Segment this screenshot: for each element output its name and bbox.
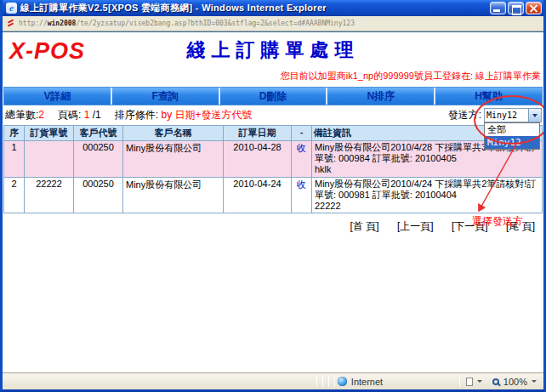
- cell-order-no: [25, 141, 74, 178]
- col-receive: -: [292, 126, 312, 141]
- total-label: 總筆數:: [5, 109, 38, 121]
- address-bar: http://win2008/te/2yzsatup/viseb2bang.as…: [3, 16, 543, 31]
- statusbar-separator: [459, 376, 460, 387]
- magnifier-icon: [492, 378, 499, 385]
- close-button[interactable]: [526, 2, 542, 14]
- col-customer-code: 客戶代號: [74, 126, 123, 141]
- sort-value: by 日期+發送方代號: [161, 109, 252, 121]
- cell-order-no: 22222: [25, 177, 74, 213]
- maximize-button[interactable]: [508, 2, 524, 14]
- zoom-level: 100%: [503, 377, 527, 387]
- cell-receive[interactable]: 收: [292, 177, 312, 213]
- cell-customer-name: Miny股份有限公司: [123, 177, 224, 213]
- browser-window: e 線上訂購單作業V2.5[XPOS 雲端商務網] - Windows Inte…: [0, 0, 546, 392]
- orders-table: 序 訂貨單號 客戶代號 客戶名稱 訂單日期 - 備註資訊 1 000250 Mi…: [3, 125, 543, 213]
- title-bar: e 線上訂購單作業V2.5[XPOS 雲端商務網] - Windows Inte…: [3, 0, 543, 16]
- security-zone: Internet: [338, 377, 457, 387]
- dropdown-option-all[interactable]: 全部: [485, 123, 539, 136]
- dropdown-arrow-icon: [477, 380, 482, 383]
- internet-globe-icon: [338, 377, 347, 386]
- total-value: 2: [38, 109, 44, 121]
- minimize-button[interactable]: [490, 2, 506, 14]
- dropdown-arrow-icon: [532, 380, 537, 383]
- dropdown-option-miny12[interactable]: Miny12: [485, 136, 539, 149]
- page-label: 頁碼:: [58, 109, 81, 121]
- zoom-control[interactable]: 100%: [489, 377, 543, 387]
- window-title: 線上訂購單作業V2.5[XPOS 雲端商務網] - Windows Intern…: [20, 2, 488, 14]
- chevron-down-icon: [532, 114, 537, 117]
- first-page-link[interactable]: [首 頁]: [350, 220, 379, 232]
- url-host: win2008: [48, 20, 77, 27]
- statusbar-separator: [334, 376, 335, 387]
- cell-order-date: 2010-04-28: [224, 141, 292, 178]
- sort-button[interactable]: N排序: [327, 88, 435, 105]
- query-button[interactable]: F查詢: [112, 88, 220, 105]
- sender-area: 發送方: Miny12 全部 Miny12: [448, 108, 542, 122]
- delete-button[interactable]: D刪除: [220, 88, 328, 105]
- url-path: /te/2yzsatup/viseb2bang.asp?bthID=003&st…: [76, 20, 355, 27]
- page-current: 1: [84, 109, 90, 121]
- cell-customer-code: 000250: [74, 177, 123, 213]
- sender-select-wrap: Miny12 全部 Miny12: [484, 108, 542, 122]
- col-order-date: 訂單日期: [224, 126, 292, 141]
- page-total: /1: [93, 109, 101, 121]
- address-url[interactable]: http://win2008/te/2yzsatup/viseb2bang.as…: [19, 20, 355, 27]
- col-order-no: 訂貨單號: [25, 126, 74, 141]
- annotation-select-sender: 選擇發送方: [472, 214, 523, 229]
- page-menu-button[interactable]: [463, 378, 489, 386]
- statusbar-separator: [328, 376, 329, 387]
- sender-dropdown-list: 全部 Miny12: [484, 122, 540, 150]
- col-seq: 序: [4, 126, 25, 141]
- xpos-logo: X-POS: [9, 38, 85, 65]
- page-icon: [466, 378, 473, 386]
- help-button[interactable]: H幫助: [435, 88, 542, 105]
- sort-condition: 排序條件: by 日期+發送方代號: [115, 108, 253, 122]
- status-line: 總筆數:2 頁碼: 1 /1 排序條件: by 日期+發送方代號 發送方: Mi…: [3, 105, 543, 123]
- statusbar-spacer: [3, 373, 314, 389]
- statusbar-separator: [316, 376, 317, 387]
- sort-label: 排序條件:: [115, 109, 158, 121]
- statusbar: Internet 100%: [3, 372, 543, 389]
- table-header-row: 序 訂貨單號 客戶代號 客戶名稱 訂單日期 - 備註資訊: [4, 126, 543, 141]
- login-info-text: 您目前以加盟商ik1_np的999999號員工登錄在: 線上訂購單作業: [3, 70, 543, 82]
- cell-customer-code: 000250: [74, 141, 123, 178]
- col-customer-name: 客戶名稱: [123, 126, 224, 141]
- cell-seq: 2: [4, 177, 25, 213]
- cell-remark: Miny股份有限公司2010/4/24 下採購單共2筆請核對!訂單號: 0009…: [312, 177, 543, 213]
- pagination: [首 頁] [上一頁] [下一頁] [尾 頁]: [3, 213, 543, 234]
- page-number: 頁碼: 1 /1: [58, 108, 101, 122]
- sender-label: 發送方:: [448, 108, 481, 122]
- total-records: 總筆數:2: [5, 108, 44, 122]
- detail-button[interactable]: V詳細: [4, 88, 112, 105]
- prev-page-link[interactable]: [上一頁]: [397, 220, 434, 232]
- cell-order-date: 2010-04-24: [224, 177, 292, 213]
- statusbar-separator: [322, 376, 323, 387]
- sender-select[interactable]: Miny12: [484, 108, 542, 122]
- sender-dropdown-button[interactable]: [528, 109, 541, 122]
- table-row[interactable]: 1 000250 Miny股份有限公司 2010-04-28 收 Miny股份有…: [4, 141, 543, 178]
- page-error-icon: [7, 19, 14, 28]
- table-row[interactable]: 2 22222 000250 Miny股份有限公司 2010-04-24 收 M…: [4, 177, 543, 213]
- cell-seq: 1: [4, 141, 25, 178]
- page-content: X-POS 綫上訂購單處理 您目前以加盟商ik1_np的999999號員工登錄在…: [3, 31, 543, 372]
- toolbar: V詳細 F查詢 D刪除 N排序 H幫助: [3, 87, 543, 105]
- internet-explorer-icon: e: [6, 3, 17, 14]
- url-protocol: http://: [19, 20, 48, 27]
- cell-receive[interactable]: 收: [292, 141, 312, 178]
- cell-customer-name: Miny股份有限公司: [123, 141, 224, 178]
- sender-selected-value: Miny12: [485, 111, 528, 120]
- zone-label: Internet: [351, 377, 383, 387]
